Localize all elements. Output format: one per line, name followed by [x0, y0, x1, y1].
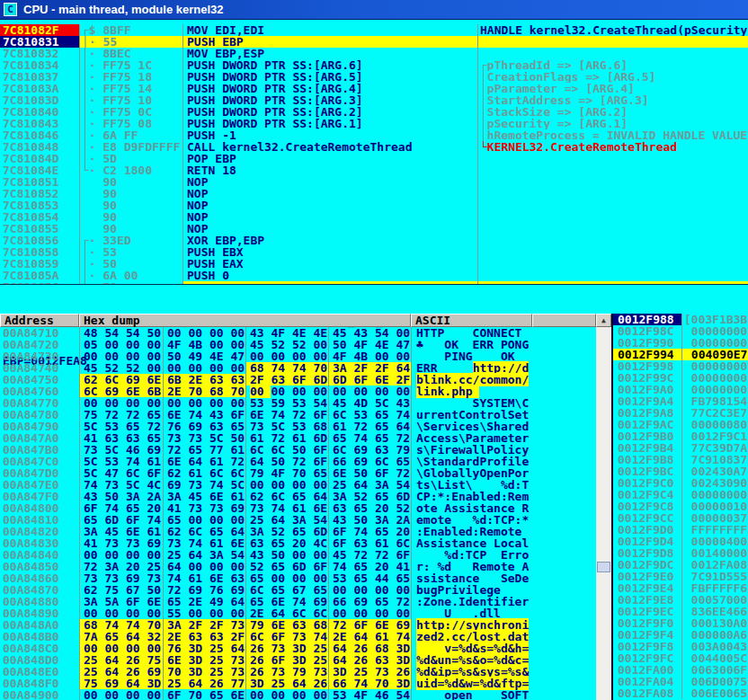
hex-bytes-cell: │· 53	[79, 246, 183, 258]
disasm-row[interactable]: 7C81085A│· 6A 00PUSH 0	[0, 270, 748, 281]
hex-dump-pane[interactable]: 00A8471048 54 54 5000 00 00 0043 4F 4E 4…	[0, 327, 596, 700]
dump-row-filler	[532, 432, 596, 444]
disasm-row[interactable]: 7C81083A│· FF75 14PUSH DWORD PTR SS:[ARG…	[0, 83, 748, 94]
disasm-row[interactable]: 7C810855 90NOP	[0, 223, 748, 235]
hex-byte: 6F	[167, 688, 188, 700]
dump-row-filler	[532, 456, 596, 467]
hex-byte: 00	[250, 688, 271, 700]
instruction-cell: CALL kernel32.CreateRemoteThread	[183, 141, 477, 153]
disasm-row[interactable]: 7C810834│· FF75 1CPUSH DWORD PTR SS:[ARG…	[0, 59, 748, 71]
dump-row-filler	[532, 350, 596, 362]
disasm-row[interactable]: 7C810846│· 6A FFPUSH -1│hRemoteProcess =…	[0, 129, 748, 141]
hex-bytes-cell: 90	[79, 176, 183, 188]
dump-vertical-scrollbar[interactable]: ▲	[596, 314, 611, 700]
hex-byte: 6E	[230, 688, 245, 700]
disasm-row[interactable]: 7C810848│· E8 D9FDFFFFCALL kernel32.Crea…	[0, 141, 748, 153]
ollydbg-cpu-window: { "window": { "title": "CPU - main threa…	[0, 0, 748, 700]
dump-ascii-cell: open SOFT	[411, 689, 532, 700]
dump-row-filler	[532, 607, 596, 619]
instruction-cell: PUSH DWORD PTR SS:[ARG.1]	[183, 118, 477, 129]
dump-header: Address Hex dump ASCII	[0, 314, 596, 327]
address-cell: 7C810851	[0, 176, 79, 188]
dump-row-filler	[532, 561, 596, 572]
hex-byte: 00	[313, 688, 327, 700]
comment-cell	[477, 36, 748, 48]
disasm-row[interactable]: 7C810858│· 53PUSH EBX	[0, 246, 748, 258]
address-cell: 7C810854	[0, 211, 79, 223]
dump-row-filler	[532, 631, 596, 642]
info-pane: Stack [0012F984]=7C800000 <kernel32.<STR…	[0, 284, 748, 314]
comment-cell: │pSecurity => [ARG.1]	[477, 118, 748, 129]
dump-header-ascii: ASCII	[411, 314, 532, 327]
hex-bytes-cell: │· 8BEC	[79, 48, 183, 59]
hex-byte-group: 6F 70 65 6E	[163, 689, 245, 700]
disasm-row[interactable]: 7C810832│· 8BECMOV EBP,ESP	[0, 48, 748, 59]
disassembly-pane[interactable]: 7C81082F┌$ 8BFFMOV EDI,EDIHANDLE kernel3…	[0, 20, 748, 284]
scrollbar-thumb[interactable]	[597, 562, 610, 572]
hex-bytes-cell: │· 55	[79, 36, 183, 48]
disasm-row[interactable]: 7C810854 90NOP	[0, 211, 748, 223]
comment-cell: │StackSize => [ARG.2]	[477, 106, 748, 118]
hex-bytes-cell: │· 6A 00	[79, 270, 183, 281]
comment-cell	[477, 258, 748, 270]
hex-bytes-cell: │· FF75 08	[79, 118, 183, 129]
hex-byte: 00	[126, 688, 147, 700]
disasm-row[interactable]: 7C810859│· 50PUSH EAX	[0, 258, 748, 270]
dump-row-filler	[532, 678, 596, 689]
instruction-cell: MOV EDI,EDI	[183, 24, 477, 36]
instruction-cell: NOP	[183, 211, 477, 223]
dump-row-filler	[532, 584, 596, 596]
dump-header-blank	[532, 314, 596, 327]
instruction-cell: NOP	[183, 199, 477, 211]
disasm-row[interactable]: 7C810843│· FF75 08PUSH DWORD PTR SS:[ARG…	[0, 118, 748, 129]
disasm-row[interactable]: 7C810852 90NOP	[0, 188, 748, 199]
scroll-up-arrow-icon[interactable]: ▲	[596, 314, 611, 327]
dump-header-address: Address	[0, 314, 79, 327]
hex-bytes-cell: 90	[79, 188, 183, 199]
dump-row-filler	[532, 362, 596, 374]
disasm-row[interactable]: 7C810851 90NOP	[0, 176, 748, 188]
disasm-row[interactable]: 7C810856┌· 33EDXOR EBP,EBP	[0, 235, 748, 246]
dump-row-filler	[532, 374, 596, 385]
dump-row-filler	[532, 654, 596, 666]
comment-cell: └KERNEL32.CreateRemoteThread	[477, 141, 748, 153]
disasm-row[interactable]: 7C81082F┌$ 8BFFMOV EDI,EDIHANDLE kernel3…	[0, 24, 748, 36]
instruction-cell: PUSH -1	[183, 129, 477, 141]
dump-row[interactable]: 00A8490000 00 00 006F 70 65 6E00 00 00 0…	[0, 689, 596, 700]
dump-rows: 00A8471048 54 54 5000 00 00 0043 4F 4E 4…	[0, 327, 596, 700]
comment-cell	[477, 188, 748, 199]
dump-row-filler	[532, 642, 596, 654]
instruction-cell: NOP	[183, 223, 477, 235]
comment-cell	[477, 211, 748, 223]
hex-bytes-cell: └· C2 1800	[79, 164, 183, 176]
dump-row-filler	[532, 549, 596, 561]
hex-byte-group: 53 4F 46 54	[328, 689, 411, 700]
instruction-cell: PUSH EBX	[183, 246, 477, 258]
hex-bytes-cell: │· 6A FF	[79, 129, 183, 141]
comment-cell	[477, 199, 748, 211]
disasm-row[interactable]: 7C810831│· 55PUSH EBP	[0, 36, 748, 48]
dump-row-filler	[532, 397, 596, 409]
instruction-cell: PUSH DWORD PTR SS:[ARG.3]	[183, 94, 477, 106]
dump-row-filler	[532, 327, 596, 339]
disasm-row[interactable]: 7C810853 90NOP	[0, 199, 748, 211]
disasm-row[interactable]: 7C810837│· FF75 18PUSH DWORD PTR SS:[ARG…	[0, 71, 748, 83]
dump-row-filler	[532, 491, 596, 502]
comment-cell	[477, 153, 748, 164]
stack-row[interactable]: 0012FA08 006E0065	[613, 687, 748, 699]
comment-cell	[477, 176, 748, 188]
disasm-row[interactable]: 7C81084E└· C2 1800RETN 18	[0, 164, 748, 176]
disasm-row[interactable]: 7C81084D│· 5DPOP EBP	[0, 153, 748, 164]
ascii-text: open SOFT	[416, 688, 529, 700]
hex-byte: 70	[188, 688, 209, 700]
hex-bytes-cell: 90	[79, 211, 183, 223]
dump-row-filler	[532, 467, 596, 479]
disasm-row[interactable]: 7C810840│· FF75 0CPUSH DWORD PTR SS:[ARG…	[0, 106, 748, 118]
disasm-row[interactable]: 7C81083D│· FF75 10PUSH DWORD PTR SS:[ARG…	[0, 94, 748, 106]
comment-cell: HANDLE kernel32.CreateThread(pSecurity	[477, 24, 748, 36]
address-cell: 7C81084D	[0, 153, 79, 164]
stack-pane[interactable]: 0012F988[003F1B3B0012F98C 000000000012F9…	[611, 314, 748, 700]
dump-row-filler	[532, 619, 596, 631]
dump-row-filler	[532, 689, 596, 700]
cpu-window-icon[interactable]: C	[4, 3, 17, 16]
